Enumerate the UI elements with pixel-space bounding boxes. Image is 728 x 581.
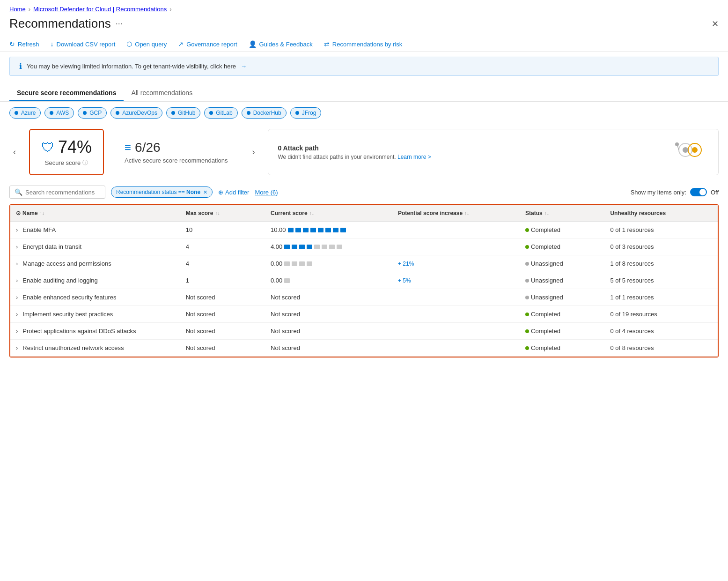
row-expand-icon[interactable]: › (16, 260, 18, 267)
sort-max-icon[interactable]: ↑↓ (215, 211, 220, 216)
row-max-score: 4 (186, 260, 271, 267)
status-dot (525, 262, 529, 266)
more-options-button[interactable]: ··· (116, 19, 123, 29)
status-dot (525, 228, 529, 232)
table-row[interactable]: › Implement security best practices Not … (10, 306, 718, 323)
filter-pill-azure[interactable]: Azure (9, 107, 41, 119)
bar-segment (299, 261, 305, 266)
dot-jfrog (295, 111, 299, 115)
bar-segment (318, 228, 324, 232)
table-row[interactable]: › Encrypt data in transit 4 4.00 Complet… (10, 238, 718, 255)
svg-point-3 (692, 147, 698, 153)
toolbar: ↻ Refresh ↓ Download CSV report ⬡ Open q… (0, 37, 728, 52)
dot-gitlab (209, 111, 213, 115)
next-arrow[interactable]: › (248, 129, 258, 175)
guides-icon: 👤 (249, 40, 257, 48)
info-banner-link[interactable]: → (241, 63, 247, 70)
sort-name-icon[interactable]: ↑↓ (40, 211, 44, 216)
table-row[interactable]: › Enable auditing and logging 1 0.00 + 5… (10, 272, 718, 289)
col-unhealthy: Unhealthy resources (610, 210, 712, 216)
search-box[interactable]: 🔍 (9, 186, 105, 199)
table-row[interactable]: › Manage access and permissions 4 0.00 +… (10, 255, 718, 272)
filter-remove-button[interactable]: ✕ (203, 189, 207, 195)
add-filter-button[interactable]: ⊕ Add filter (218, 189, 249, 196)
bar-segment (299, 245, 305, 249)
prev-arrow[interactable]: ‹ (9, 129, 20, 175)
table-row[interactable]: › Restrict unauthorized network access N… (10, 340, 718, 357)
row-unhealthy: 5 of 5 resources (610, 277, 712, 284)
close-button[interactable]: ✕ (712, 19, 719, 29)
search-input[interactable] (25, 189, 100, 196)
row-name: › Protect applications against DDoS atta… (16, 328, 186, 335)
filter-pill-dockerhub[interactable]: DockerHub (242, 107, 287, 119)
status-dot (525, 296, 529, 299)
row-current-score: 10.00 (271, 226, 398, 233)
col-status[interactable]: Status ↑↓ (525, 210, 610, 216)
row-expand-icon[interactable]: › (16, 277, 18, 284)
more-filters-link[interactable]: More (6) (255, 189, 278, 196)
filter-label: Recommendation status == None (116, 189, 200, 195)
dot-azuredevops (116, 111, 119, 115)
sort-potential-icon[interactable]: ↑↓ (464, 211, 469, 216)
col-current-score[interactable]: Current score ↑↓ (271, 210, 398, 216)
attack-path-learn-more[interactable]: Learn more > (397, 154, 431, 160)
status-dot (525, 346, 529, 350)
open-query-button[interactable]: ⬡ Open query (126, 40, 167, 48)
governance-report-button[interactable]: ↗ Governance report (178, 40, 237, 48)
row-expand-icon[interactable]: › (16, 311, 18, 318)
row-current-score: 0.00 (271, 260, 398, 267)
col-potential[interactable]: Potential score increase ↑↓ (398, 210, 525, 216)
attack-graphic (671, 136, 709, 168)
row-expand-icon[interactable]: › (16, 226, 18, 233)
governance-icon: ↗ (178, 40, 184, 48)
row-unhealthy: 1 of 1 resources (610, 294, 712, 301)
row-unhealthy: 0 of 8 resources (610, 344, 712, 351)
filter-pill-github[interactable]: GitHub (166, 107, 200, 119)
show-my-toggle[interactable] (690, 188, 707, 196)
row-current-score: Not scored (271, 311, 398, 318)
row-expand-icon[interactable]: › (16, 243, 18, 250)
bar-segment (310, 228, 316, 232)
recommendations-by-risk-button[interactable]: ⇄ Recommendations by risk (324, 40, 403, 48)
refresh-button[interactable]: ↻ Refresh (9, 40, 39, 48)
filter-pill-gitlab[interactable]: GitLab (204, 107, 237, 119)
table-row[interactable]: › Protect applications against DDoS atta… (10, 323, 718, 340)
breadcrumb-defender[interactable]: Microsoft Defender for Cloud | Recommend… (33, 6, 167, 13)
filter-pill-gcp[interactable]: GCP (78, 107, 107, 119)
tab-secure-score[interactable]: Secure score recommendations (9, 85, 124, 101)
info-circle-icon: ⓘ (82, 159, 88, 167)
status-dot (525, 279, 529, 283)
recommendations-table: ⊙ Name ↑↓ Max score ↑↓ Current score ↑↓ … (9, 204, 719, 358)
row-expand-icon[interactable]: › (16, 294, 18, 301)
download-csv-button[interactable]: ↓ Download CSV report (51, 40, 116, 48)
row-current-score: Not scored (271, 294, 398, 301)
guides-feedback-button[interactable]: 👤 Guides & Feedback (249, 40, 313, 48)
download-icon: ↓ (51, 40, 54, 48)
row-max-score: Not scored (186, 344, 271, 351)
page-title: Recommendations (9, 16, 111, 31)
bar-segment (284, 261, 290, 266)
row-potential: + 21% (398, 261, 525, 267)
attack-path-desc: We didn't find attack paths in your envi… (278, 154, 431, 160)
row-expand-icon[interactable]: › (16, 344, 18, 351)
filter-pill-jfrog[interactable]: JFrog (290, 107, 322, 119)
recommendation-status-filter: Recommendation status == None ✕ (111, 186, 213, 198)
tab-all-recommendations[interactable]: All recommendations (124, 85, 200, 101)
row-expand-icon[interactable]: › (16, 328, 18, 335)
bar-segment (307, 261, 312, 266)
table-row[interactable]: › Enable enhanced security features Not … (10, 289, 718, 306)
filter-pill-aws[interactable]: AWS (44, 107, 74, 119)
row-name-text: Enable enhanced security features (22, 294, 116, 301)
sort-status-icon[interactable]: ↑↓ (544, 211, 549, 216)
filter-pill-azuredevops[interactable]: AzureDevOps (110, 107, 162, 119)
bar-segment (329, 245, 335, 249)
col-name[interactable]: ⊙ Name ↑↓ (16, 210, 186, 216)
table-row[interactable]: › Enable MFA 10 10.00 Completed 0 of 1 r… (10, 222, 718, 238)
toggle-knob (699, 189, 706, 195)
sort-current-icon[interactable]: ↑↓ (309, 211, 314, 216)
breadcrumb-home[interactable]: Home (9, 6, 26, 13)
row-max-score: 4 (186, 243, 271, 250)
col-max-score[interactable]: Max score ↑↓ (186, 210, 271, 216)
active-recommendations-card: ≡ 6/26 Active secure score recommendatio… (113, 129, 239, 175)
page-title-area: Recommendations ··· (9, 16, 123, 31)
